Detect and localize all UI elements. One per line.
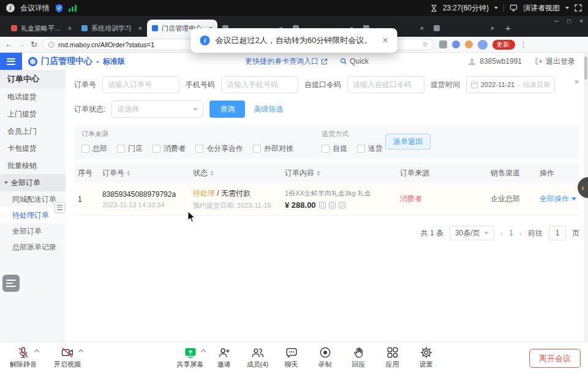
all-actions-dropdown[interactable]: 全部操作 bbox=[540, 194, 576, 204]
browser-window: 礼盒策略平台管理中心 × 系统培训学习 × 门店管理中心 × × × bbox=[0, 16, 588, 342]
filter-collapse-icon[interactable]: » bbox=[575, 77, 578, 86]
forward-icon[interactable]: → bbox=[18, 40, 26, 48]
fullscreen-icon[interactable] bbox=[575, 4, 582, 12]
extension-icon[interactable] bbox=[465, 40, 473, 48]
date-end-placeholder[interactable]: 结束日期 bbox=[523, 80, 550, 90]
floating-list-button[interactable] bbox=[2, 275, 20, 292]
page-size-select[interactable]: 30条/页 bbox=[450, 226, 494, 240]
sidebar-item-door-pickup[interactable]: 上门提货 bbox=[0, 105, 66, 123]
sidebar-drag-handle[interactable] bbox=[55, 202, 65, 213]
chrome-update-button[interactable]: 更新: bbox=[492, 40, 515, 50]
user-account[interactable]: 8385wb1991 bbox=[467, 57, 522, 66]
sort-icon[interactable] bbox=[127, 170, 130, 176]
order-no-input[interactable] bbox=[102, 76, 179, 93]
browser-tab[interactable]: 礼盒策略平台管理中心 × bbox=[6, 20, 77, 37]
dispatch-return-button[interactable]: 派单退回 bbox=[385, 134, 431, 150]
share-options-caret-icon[interactable] bbox=[201, 349, 206, 354]
next-page-button[interactable]: › bbox=[519, 229, 522, 238]
meeting-detail-label[interactable]: 会议详情 bbox=[20, 3, 50, 13]
sidebar-item-phone-pickup[interactable]: 电话提货 bbox=[0, 88, 66, 105]
extension-icon[interactable] bbox=[452, 40, 460, 48]
unmute-button[interactable]: 解除静音 bbox=[6, 345, 40, 369]
tab-close-icon[interactable]: × bbox=[420, 25, 424, 32]
sort-icon[interactable] bbox=[317, 170, 320, 176]
browser-menu-icon[interactable]: ⋮ bbox=[520, 40, 527, 49]
toast-close-icon[interactable]: × bbox=[382, 36, 388, 45]
invite-button[interactable]: 邀请 bbox=[207, 345, 241, 369]
share-screen-button[interactable]: 共享屏幕 bbox=[173, 345, 207, 369]
meeting-info-icon[interactable]: i bbox=[6, 4, 15, 12]
tab-close-icon[interactable]: × bbox=[491, 25, 494, 32]
app-content: 订单中心 电话提货 上门提货 会员上门 卡包提货 批量核销 全部订单 同城配送订… bbox=[0, 70, 588, 342]
sidebar-item-batch-verify[interactable]: 批量核销 bbox=[0, 157, 66, 174]
browser-tab[interactable]: 系统培训学习 × bbox=[77, 20, 147, 37]
checkbox-self-pickup[interactable]: 自提 bbox=[322, 143, 347, 154]
sidebar-item-all-orders[interactable]: 全部订单 bbox=[0, 223, 66, 239]
new-tab-button[interactable]: + bbox=[505, 23, 511, 33]
members-button[interactable]: 成员(4) bbox=[241, 345, 274, 369]
sidebar-item-hq-dispatch-records[interactable]: 总部派单记录 bbox=[0, 239, 66, 255]
current-page-button[interactable]: 1 bbox=[509, 229, 513, 237]
browser-tab[interactable]: × bbox=[429, 20, 499, 37]
order-content-icon[interactable] bbox=[319, 202, 326, 208]
table-row[interactable]: 1 83859345088979792a 2023-11-13 14:33:34… bbox=[74, 183, 579, 216]
search-button[interactable]: 查询 bbox=[209, 101, 245, 118]
back-icon[interactable]: ← bbox=[5, 40, 13, 48]
pickup-code-input[interactable] bbox=[347, 76, 424, 93]
apps-grid-icon bbox=[386, 346, 399, 359]
window-close-icon[interactable]: × bbox=[579, 18, 583, 25]
checkbox-consumer[interactable]: 消费者 bbox=[153, 143, 186, 154]
date-start-value[interactable]: 2022-11-21 bbox=[481, 81, 514, 88]
reload-icon[interactable]: ↻ bbox=[31, 40, 37, 48]
video-options-caret-icon[interactable] bbox=[78, 349, 83, 354]
col-header-status[interactable]: 状态 bbox=[189, 168, 281, 178]
bookmark-star-icon[interactable]: ☆ bbox=[422, 40, 428, 48]
window-maximize-icon[interactable]: □ bbox=[567, 18, 571, 25]
leave-meeting-button[interactable]: 离开会议 bbox=[529, 349, 581, 368]
apps-button[interactable]: 应用 bbox=[375, 345, 409, 369]
view-mode-label[interactable]: 演讲者视图 bbox=[523, 3, 560, 13]
sort-icon[interactable] bbox=[210, 170, 214, 176]
logout-button[interactable]: 退出登录 bbox=[535, 56, 575, 67]
order-status-select[interactable]: 请选择 bbox=[111, 101, 203, 118]
checkbox-hq[interactable]: 总部 bbox=[81, 143, 107, 154]
url-text[interactable]: rnd.maboy.cn/AllOrder?status=1 bbox=[58, 41, 154, 48]
site-info-icon[interactable]: i bbox=[48, 42, 55, 48]
extension-icon[interactable] bbox=[439, 40, 447, 48]
unmute-options-caret-icon[interactable] bbox=[34, 349, 39, 354]
start-video-button[interactable]: 开启视频 bbox=[50, 345, 85, 369]
col-header-order-no[interactable]: 订单号 bbox=[99, 168, 189, 178]
sidebar-item-member-visit[interactable]: 会员上门 bbox=[0, 123, 66, 140]
col-header-content[interactable]: 订单内容 bbox=[281, 168, 396, 178]
reaction-button[interactable]: 回应 bbox=[342, 345, 375, 369]
quick-search-link[interactable]: Quick bbox=[340, 57, 369, 66]
control-label: 开启视频 bbox=[54, 360, 81, 369]
timer-caret-icon[interactable] bbox=[494, 7, 498, 9]
checkbox-store[interactable]: 门店 bbox=[117, 143, 143, 154]
phone-input[interactable] bbox=[221, 76, 298, 93]
goto-page-input[interactable] bbox=[549, 226, 566, 240]
scrollbar-thumb[interactable] bbox=[584, 56, 587, 80]
app-menu-button[interactable] bbox=[0, 53, 22, 70]
settings-button[interactable]: 设置 bbox=[409, 345, 443, 369]
view-mode-caret-icon[interactable] bbox=[565, 7, 569, 9]
coupon-query-link[interactable]: 更快捷的券卡查询入口 bbox=[245, 56, 328, 67]
tab-close-icon[interactable]: × bbox=[68, 25, 72, 32]
tab-close-icon[interactable]: × bbox=[138, 25, 142, 32]
meeting-timer[interactable]: 23:27(60分钟) bbox=[443, 3, 489, 13]
record-button[interactable]: 录制 bbox=[308, 345, 342, 369]
browser-profile-avatar[interactable] bbox=[478, 40, 488, 50]
checkbox-warehouse-coop[interactable]: 仓分享合作 bbox=[195, 143, 243, 154]
advanced-filter-link[interactable]: 高级筛选 bbox=[254, 104, 283, 115]
pickup-date-range[interactable]: 2022-11-21 - 结束日期 bbox=[466, 76, 555, 93]
order-content-icon[interactable] bbox=[329, 202, 336, 208]
checkbox-delivery[interactable]: 送货 bbox=[357, 143, 383, 154]
order-content-icon[interactable] bbox=[339, 202, 345, 208]
window-minimize-icon[interactable]: ─ bbox=[554, 18, 559, 25]
order-no-value[interactable]: 83859345088979792a bbox=[102, 190, 186, 199]
sidebar-item-card-pickup[interactable]: 卡包提货 bbox=[0, 140, 66, 157]
prev-page-button[interactable]: ‹ bbox=[500, 229, 503, 238]
chat-button[interactable]: 聊天 bbox=[274, 345, 308, 369]
checkbox-external[interactable]: 外部对接 bbox=[253, 143, 293, 154]
sidebar-group-all-orders[interactable]: 全部订单 bbox=[0, 174, 66, 191]
